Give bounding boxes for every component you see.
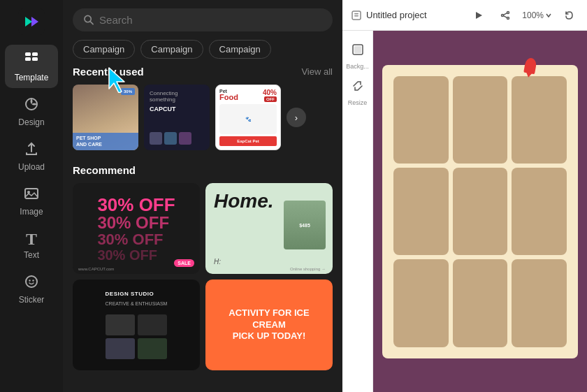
sidebar-item-text[interactable]: T Text	[5, 225, 58, 266]
panel-content: Recently used View all PET SHOPAND CARE …	[63, 66, 342, 392]
svg-point-8	[26, 276, 37, 287]
background-label: Backg...	[346, 63, 369, 70]
recommend-item-sale[interactable]: 30% OFF 30% OFF 30% OFF 30% OFF SALE www…	[73, 183, 200, 274]
recently-used-item-2[interactable]: Pet Food 40% OFF 🐾 EapCat Pet	[215, 85, 281, 150]
zoom-value: 100%	[522, 10, 544, 20]
sidebar: Template Design Upload	[0, 0, 63, 392]
recommend-title: Recommend	[73, 164, 136, 176]
next-button[interactable]: ›	[287, 108, 306, 127]
design-icon	[24, 96, 39, 115]
frame-cell-3	[512, 76, 567, 164]
filter-tab-0[interactable]: Campaign	[73, 40, 135, 59]
svg-point-18	[507, 17, 509, 19]
svg-line-21	[504, 15, 507, 17]
svg-rect-14	[354, 13, 358, 15]
svg-point-17	[507, 11, 509, 13]
recommend-item-ice-cream[interactable]: ACTIVITY FOR ICE CREAMPICK UP TODAY!	[205, 280, 333, 370]
svg-rect-1	[25, 52, 31, 56]
canvas-tools: Backg... Resize	[342, 31, 373, 392]
template-panel: Campaign Campaign Campaign Recently used…	[63, 0, 342, 392]
search-input[interactable]	[99, 14, 321, 26]
canvas-area: Untitled project 100%	[342, 0, 587, 392]
sidebar-item-label-upload: Upload	[18, 162, 45, 172]
svg-rect-23	[354, 46, 361, 53]
text-icon: T	[26, 231, 37, 247]
filter-tabs: Campaign Campaign Campaign	[63, 40, 342, 66]
template-icon	[23, 50, 40, 70]
svg-line-12	[90, 22, 93, 24]
frame-cell-8	[453, 259, 508, 347]
app-logo	[17, 7, 46, 36]
svg-line-20	[504, 13, 507, 15]
sidebar-item-design[interactable]: Design	[5, 91, 58, 133]
sidebar-item-label-design: Design	[18, 117, 44, 127]
image-icon	[24, 186, 39, 204]
frame-cell-1	[393, 76, 449, 164]
undo-button[interactable]	[559, 6, 579, 25]
filter-tab-1[interactable]: Campaign	[140, 40, 203, 59]
resize-icon[interactable]	[346, 74, 370, 98]
project-title: Untitled project	[366, 10, 427, 20]
canvas-toolbar: Untitled project 100%	[342, 0, 587, 31]
frame-cell-4	[393, 168, 449, 255]
canvas-frame	[382, 65, 578, 358]
svg-rect-6	[25, 189, 38, 198]
svg-rect-15	[354, 15, 358, 17]
sticker-icon	[24, 274, 39, 292]
recently-used-title: Recently used	[73, 66, 144, 78]
sidebar-item-label-text: Text	[24, 250, 39, 260]
zoom-control[interactable]: 100%	[522, 10, 552, 20]
share-button[interactable]	[495, 6, 515, 25]
sidebar-item-sticker[interactable]: Sticker	[5, 268, 58, 310]
recommend-grid: 30% OFF 30% OFF 30% OFF 30% OFF SALE www…	[73, 183, 333, 370]
sidebar-item-upload[interactable]: Upload	[5, 136, 58, 177]
upload-icon	[24, 141, 39, 159]
recently-used-item-1[interactable]: Connecting something CAPCUT	[144, 85, 210, 150]
sidebar-item-template[interactable]: Template	[5, 45, 58, 88]
play-button[interactable]	[469, 6, 488, 25]
recommend-item-studio[interactable]: DESIGN STUDIO CREATIVE & ENTHUSIASM	[73, 280, 200, 370]
frame-cell-9	[512, 259, 567, 347]
svg-point-10	[32, 280, 34, 281]
view-all-button[interactable]: View all	[301, 66, 333, 77]
recently-used-row: PET SHOPAND CARE 30% Connecting somethin…	[73, 85, 333, 150]
resize-label: Resize	[348, 99, 368, 106]
svg-point-19	[502, 14, 504, 16]
sidebar-item-image[interactable]: Image	[5, 180, 58, 222]
search-bar[interactable]	[73, 8, 333, 31]
canvas-main[interactable]	[373, 31, 587, 392]
canvas-body: Backg... Resize	[342, 31, 587, 392]
recommend-header: Recommend	[73, 164, 333, 176]
frame-cell-7	[393, 259, 449, 347]
recently-used-item-0[interactable]: PET SHOPAND CARE 30%	[73, 85, 138, 150]
chevron-down-icon	[545, 12, 552, 19]
svg-point-9	[29, 280, 30, 281]
frame-cell-5	[453, 168, 508, 255]
sidebar-item-label-image: Image	[20, 207, 43, 217]
background-icon[interactable]	[346, 38, 370, 61]
search-icon	[84, 15, 94, 25]
svg-marker-16	[476, 12, 482, 19]
frame-cell-6	[512, 168, 567, 255]
background-tool[interactable]: Backg...	[346, 38, 370, 70]
untitled-icon	[351, 10, 362, 21]
sidebar-item-label-template: Template	[15, 73, 49, 82]
svg-rect-3	[25, 57, 31, 61]
resize-tool[interactable]: Resize	[346, 74, 370, 106]
svg-rect-2	[32, 52, 38, 56]
pin-decoration	[523, 57, 537, 73]
svg-rect-4	[32, 57, 38, 61]
frame-cell-2	[453, 76, 508, 164]
recommend-item-home[interactable]: Home. H: $485 Online shopping →	[205, 183, 333, 274]
sidebar-item-label-sticker: Sticker	[19, 295, 45, 305]
filter-tab-2[interactable]: Campaign	[209, 40, 271, 59]
recently-used-header: Recently used View all	[73, 66, 333, 78]
